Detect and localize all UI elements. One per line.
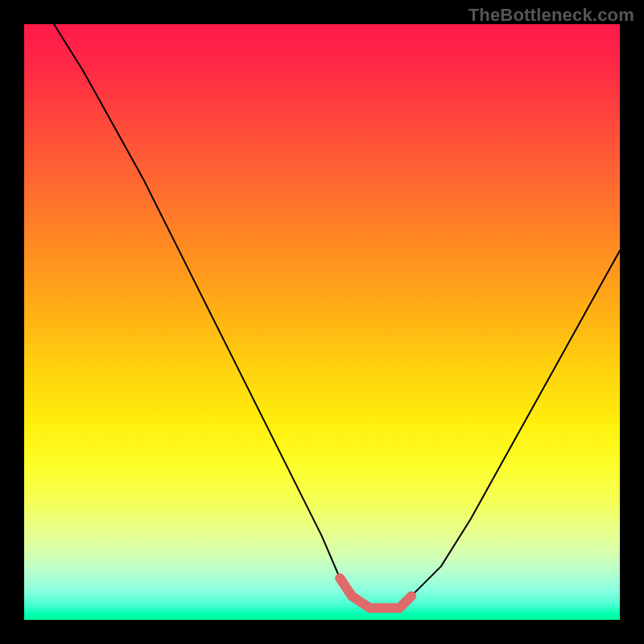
curve-svg: [24, 24, 620, 620]
watermark-text: TheBottleneck.com: [469, 5, 634, 26]
valley-highlight: [340, 578, 411, 608]
chart-frame: TheBottleneck.com: [0, 0, 644, 644]
bottleneck-curve: [54, 24, 620, 608]
plot-area: [24, 24, 620, 620]
